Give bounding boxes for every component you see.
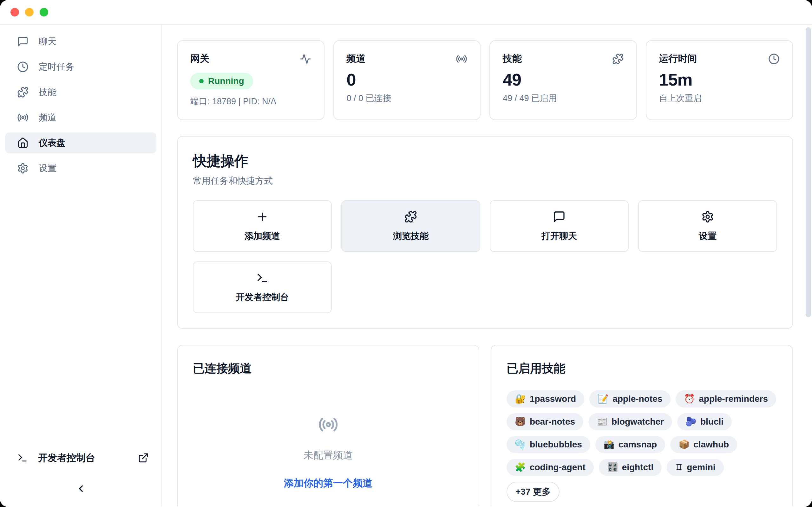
browse-skills-button[interactable]: 浏览技能: [341, 200, 480, 252]
skill-label: coding-agent: [530, 462, 586, 472]
app-window: 聊天 定时任务 技能 频道 仪表盘 设置: [0, 0, 812, 507]
skill-chips: 🔐1password 📝apple-notes ⏰apple-reminders…: [507, 390, 777, 502]
skill-chip[interactable]: 📦clawhub: [670, 436, 737, 453]
main-content: 网关 Running 端口: 18789 | PID: N/A 频道: [162, 25, 812, 506]
puzzle-icon: [404, 210, 417, 223]
external-link-icon[interactable]: [138, 452, 149, 463]
chat-bubble-icon: [17, 36, 29, 47]
skill-chip[interactable]: 📝apple-notes: [589, 390, 670, 407]
minimize-button[interactable]: [25, 8, 34, 16]
puzzle-icon: [612, 53, 623, 65]
home-icon: [17, 137, 29, 149]
quick-actions-panel: 快捷操作 常用任务和快捷方式 添加频道 浏览技能 打开聊天: [177, 136, 793, 329]
sidebar-item-skills[interactable]: 技能: [5, 82, 156, 103]
stat-title: 运行时间: [659, 52, 697, 65]
enabled-skills-title: 已启用技能: [507, 360, 777, 377]
skill-chip[interactable]: 🐻bear-notes: [507, 413, 583, 430]
skill-emoji: 📦: [678, 440, 690, 449]
open-chat-button[interactable]: 打开聊天: [490, 200, 629, 252]
sidebar-item-label: 技能: [39, 86, 56, 98]
skill-chip[interactable]: 🧩coding-agent: [507, 459, 594, 476]
skill-label: bear-notes: [530, 417, 575, 427]
skill-chip[interactable]: ♊gemini: [667, 459, 723, 476]
sidebar-collapse-button[interactable]: [72, 480, 90, 498]
sidebar-item-label: 设置: [39, 162, 56, 174]
add-channel-button[interactable]: 添加频道: [193, 200, 332, 252]
skill-chip[interactable]: 🫐blucli: [677, 413, 732, 430]
zoom-button[interactable]: [40, 8, 48, 16]
skill-emoji: 🫧: [515, 440, 526, 449]
radio-icon: [456, 53, 467, 65]
stat-detail: 49 / 49 已启用: [503, 93, 623, 104]
stat-value: 15m: [659, 70, 780, 89]
sidebar-item-scheduled-tasks[interactable]: 定时任务: [5, 56, 156, 77]
skill-label: blogwatcher: [612, 417, 664, 427]
dev-console-button[interactable]: 开发者控制台: [193, 262, 332, 313]
dev-console-link[interactable]: 开发者控制台: [5, 447, 156, 468]
plus-icon: [256, 210, 269, 223]
sidebar-footer: 开发者控制台: [5, 447, 156, 498]
skill-emoji: 🔐: [515, 395, 526, 403]
status-label: Running: [208, 76, 244, 86]
terminal-icon: [17, 452, 28, 463]
settings-button[interactable]: 设置: [638, 200, 777, 252]
titlebar: [0, 0, 812, 25]
skill-label: clawhub: [693, 440, 729, 450]
status-badge: Running: [190, 73, 253, 89]
skill-emoji: ⏰: [684, 395, 695, 403]
clock-icon: [17, 61, 29, 72]
sidebar-item-channels[interactable]: 频道: [5, 107, 156, 128]
skill-label: blucli: [700, 417, 723, 427]
sidebar-item-settings[interactable]: 设置: [5, 158, 156, 179]
radio-icon: [17, 112, 29, 123]
skill-chip[interactable]: 🫧bluebubbles: [507, 436, 590, 453]
skill-label: eightctl: [622, 462, 654, 472]
add-first-channel-link[interactable]: 添加你的第一个频道: [284, 476, 372, 490]
stat-value: 49: [503, 70, 623, 89]
chat-bubble-icon: [553, 210, 565, 223]
action-label: 开发者控制台: [236, 291, 289, 303]
sidebar-item-dashboard[interactable]: 仪表盘: [5, 132, 156, 153]
scrollbar-thumb[interactable]: [806, 27, 811, 317]
clock-icon: [768, 53, 780, 65]
skill-chip[interactable]: ⏰apple-reminders: [676, 390, 776, 407]
stat-card-gateway: 网关 Running 端口: 18789 | PID: N/A: [177, 40, 324, 120]
sidebar-item-label: 定时任务: [39, 61, 74, 73]
skill-label: gemini: [687, 462, 715, 472]
quick-actions-grid: 添加频道 浏览技能 打开聊天 设置: [193, 200, 777, 313]
action-label: 浏览技能: [393, 230, 428, 242]
sidebar: 聊天 定时任务 技能 频道 仪表盘 设置: [0, 25, 162, 506]
stat-detail: 自上次重启: [659, 93, 780, 104]
skill-label: 1password: [530, 394, 576, 404]
gear-icon: [701, 210, 714, 223]
skill-chip[interactable]: 📸camsnap: [595, 436, 665, 453]
skill-chip[interactable]: 🎛️eightctl: [599, 459, 662, 476]
sidebar-item-label: 频道: [39, 112, 56, 124]
sidebar-item-label: 聊天: [39, 36, 56, 48]
skill-chip[interactable]: 🔐1password: [507, 390, 584, 407]
skill-label: apple-notes: [612, 394, 662, 404]
sidebar-item-chat[interactable]: 聊天: [5, 31, 156, 52]
skill-chip[interactable]: 📰blogwatcher: [589, 413, 672, 430]
stat-card-skills: 技能 49 49 / 49 已启用: [490, 40, 637, 120]
stat-detail: 0 / 0 已连接: [347, 93, 467, 104]
status-dot: [199, 79, 204, 83]
stat-title: 频道: [347, 52, 366, 65]
activity-icon: [300, 53, 311, 65]
puzzle-icon: [17, 87, 29, 98]
connected-channels-title: 已连接频道: [193, 360, 463, 377]
skill-emoji: 🐻: [515, 417, 526, 426]
skill-emoji: 🫐: [686, 417, 697, 426]
stat-title: 技能: [503, 52, 522, 65]
skill-label: bluebubbles: [530, 440, 582, 450]
skill-emoji: 📰: [597, 417, 608, 426]
stat-detail: 端口: 18789 | PID: N/A: [190, 96, 311, 107]
close-button[interactable]: [10, 8, 19, 16]
quick-actions-title: 快捷操作: [193, 152, 777, 170]
skill-label: apple-reminders: [699, 394, 768, 404]
channels-empty-state: 未配置频道 添加你的第一个频道: [193, 414, 463, 490]
more-skills-chip[interactable]: +37 更多: [507, 482, 560, 502]
stat-title: 网关: [190, 52, 209, 65]
quick-actions-subtitle: 常用任务和快捷方式: [193, 175, 777, 187]
bottom-panels: 已连接频道 未配置频道 添加你的第一个频道 已启用技能 🔐1password 📝…: [177, 345, 793, 506]
